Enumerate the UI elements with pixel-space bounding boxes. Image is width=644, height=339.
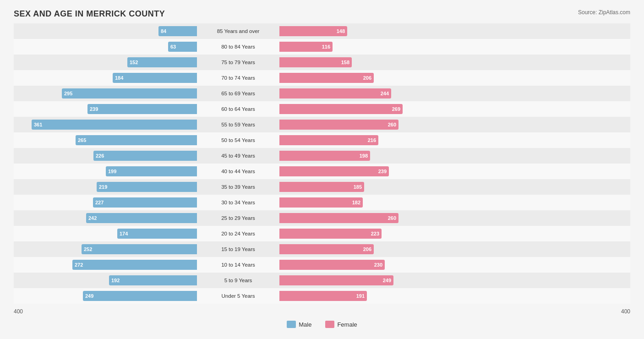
age-range-label: 80 to 84 Years (197, 44, 279, 49)
table-row: 36155 to 59 Years260 (14, 117, 630, 132)
legend-male-box (287, 321, 296, 328)
age-range-label: 45 to 49 Years (197, 153, 279, 159)
table-row: 24225 to 29 Years260 (14, 210, 630, 226)
axis-bottom: 400 400 (14, 306, 630, 317)
female-value: 182 (352, 200, 363, 205)
axis-right-label: 400 (621, 308, 630, 315)
age-range-label: 60 to 64 Years (197, 106, 279, 112)
female-value: 206 (363, 246, 374, 252)
male-value: 63 (168, 44, 176, 49)
table-row: 249Under 5 Years191 (14, 288, 630, 304)
male-value: 249 (83, 293, 93, 299)
age-range-label: 55 to 59 Years (197, 122, 279, 127)
female-value: 223 (371, 231, 382, 236)
female-value: 148 (337, 28, 347, 34)
age-range-label: 15 to 19 Years (197, 246, 279, 252)
age-range-label: 5 to 9 Years (197, 278, 279, 283)
table-row: 6380 to 84 Years116 (14, 39, 630, 55)
legend-female-label: Female (337, 321, 357, 328)
table-row: 21935 to 39 Years185 (14, 179, 630, 195)
female-value: 198 (360, 153, 370, 159)
table-row: 17420 to 24 Years223 (14, 226, 630, 241)
legend-male-label: Male (299, 321, 311, 328)
female-value: 260 (388, 122, 398, 127)
table-row: 15275 to 79 Years158 (14, 55, 630, 70)
table-row: 22730 to 34 Years182 (14, 195, 630, 210)
table-row: 1925 to 9 Years249 (14, 273, 630, 288)
male-value: 265 (76, 137, 86, 143)
female-value: 185 (354, 184, 364, 190)
table-row: 18470 to 74 Years206 (14, 70, 630, 86)
table-row: 22645 to 49 Years198 (14, 148, 630, 164)
male-value: 152 (127, 60, 138, 65)
female-value: 230 (374, 262, 385, 268)
female-value: 158 (341, 60, 352, 65)
female-value: 244 (381, 91, 391, 96)
table-row: 25215 to 19 Years206 (14, 241, 630, 257)
legend-male: Male (287, 321, 311, 328)
age-range-label: 65 to 69 Years (197, 91, 279, 96)
male-value: 184 (113, 75, 123, 81)
male-value: 227 (93, 200, 104, 205)
age-range-label: 70 to 74 Years (197, 75, 279, 81)
female-value: 239 (378, 169, 389, 174)
legend-female: Female (325, 321, 357, 328)
male-value: 219 (97, 184, 107, 190)
table-row: 26550 to 54 Years216 (14, 132, 630, 148)
age-range-label: 25 to 29 Years (197, 215, 279, 221)
legend-female-box (325, 321, 334, 328)
female-value: 269 (392, 106, 403, 112)
table-row: 8485 Years and over148 (14, 23, 630, 39)
rows-wrapper: 8485 Years and over1486380 to 84 Years11… (14, 23, 630, 304)
male-value: 252 (82, 246, 92, 252)
table-row: 27210 to 14 Years230 (14, 257, 630, 273)
male-value: 242 (86, 215, 97, 221)
female-value: 216 (368, 137, 378, 143)
female-value: 249 (383, 278, 393, 283)
axis-left-label: 400 (14, 308, 23, 315)
age-range-label: 85 Years and over (197, 28, 279, 34)
age-range-label: 75 to 79 Years (197, 60, 279, 65)
male-value: 192 (109, 278, 120, 283)
male-value: 226 (93, 153, 104, 159)
age-range-label: Under 5 Years (197, 293, 279, 299)
table-row: 23960 to 64 Years269 (14, 101, 630, 117)
age-range-label: 30 to 34 Years (197, 200, 279, 205)
age-range-label: 20 to 24 Years (197, 231, 279, 236)
male-value: 239 (87, 106, 98, 112)
male-value: 272 (72, 262, 83, 268)
female-value: 260 (388, 215, 398, 221)
age-range-label: 40 to 44 Years (197, 169, 279, 174)
female-value: 191 (356, 293, 367, 299)
male-value: 84 (158, 28, 166, 34)
age-range-label: 35 to 39 Years (197, 184, 279, 190)
table-row: 29565 to 69 Years244 (14, 86, 630, 101)
chart-container: SEX AND AGE IN MERRICK COUNTY Source: Zi… (0, 0, 644, 339)
male-value: 361 (32, 122, 42, 127)
female-value: 206 (363, 75, 374, 81)
table-row: 19940 to 44 Years239 (14, 164, 630, 179)
age-range-label: 10 to 14 Years (197, 262, 279, 268)
age-range-label: 50 to 54 Years (197, 137, 279, 143)
male-value: 295 (62, 91, 72, 96)
male-value: 174 (117, 231, 128, 236)
source-text: Source: ZipAtlas.com (578, 9, 630, 16)
legend: Male Female (14, 321, 630, 328)
chart-title: SEX AND AGE IN MERRICK COUNTY (14, 9, 630, 19)
female-value: 116 (322, 44, 333, 49)
male-value: 199 (106, 169, 116, 174)
